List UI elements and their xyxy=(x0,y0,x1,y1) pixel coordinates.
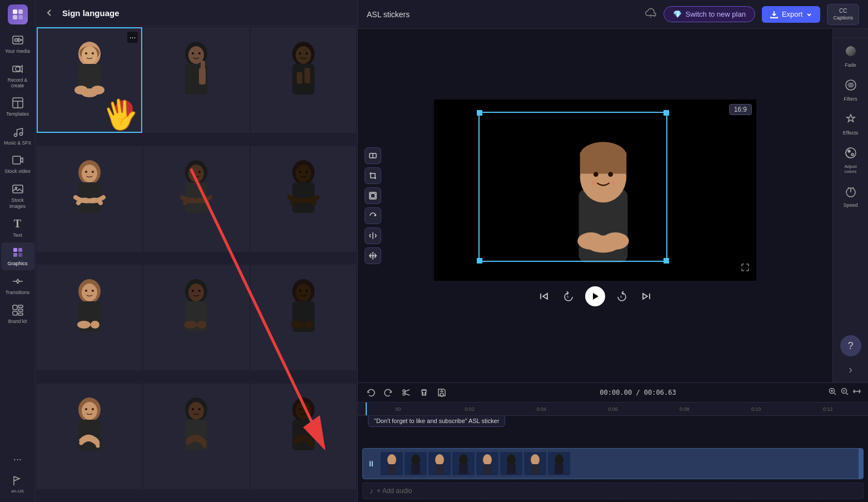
svg-rect-19 xyxy=(18,253,22,257)
captions-button[interactable]: CCCaptions xyxy=(827,4,859,25)
sidebar-item-graphics[interactable]: Graphics xyxy=(1,242,34,270)
collapse-right-panel-button[interactable]: › xyxy=(846,361,855,378)
more-options-button[interactable]: ··· xyxy=(127,32,138,43)
sidebar-item-feature-flags[interactable]: en-US xyxy=(1,470,34,498)
sign-language-panel: Sign language ··· xyxy=(36,0,358,502)
cloud-save-icon xyxy=(645,8,657,21)
sidebar-item-transitions[interactable]: Transitions xyxy=(1,271,34,299)
sidebar-item-text[interactable]: T Text xyxy=(1,214,34,242)
adjust-colors-icon xyxy=(845,147,857,162)
svg-point-83 xyxy=(305,321,313,329)
tooltip-text: "Don't forget to like and subscribe" ASL… xyxy=(374,417,499,424)
play-button[interactable] xyxy=(585,286,605,306)
grid-item-8[interactable] xyxy=(143,265,249,370)
export-button[interactable]: Export xyxy=(762,6,821,23)
right-item-speed[interactable]: Speed xyxy=(835,181,867,212)
grid-item-7[interactable] xyxy=(37,265,142,370)
grid-item-9[interactable] xyxy=(251,265,356,370)
svg-point-76 xyxy=(197,321,206,329)
fit-to-screen-tool[interactable] xyxy=(365,147,381,164)
svg-point-138 xyxy=(435,454,444,465)
export-label: Export xyxy=(782,10,803,18)
svg-point-61 xyxy=(299,171,301,173)
frame-tool[interactable] xyxy=(365,187,381,204)
fullscreen-button[interactable] xyxy=(741,263,750,274)
fit-timeline-button[interactable] xyxy=(852,387,861,398)
right-item-adjust-colors[interactable]: Adjustcolors xyxy=(835,142,867,178)
svg-point-87 xyxy=(85,408,87,410)
sidebar-item-stock-video-label: Stock video xyxy=(4,168,31,175)
svg-point-73 xyxy=(192,290,194,292)
grid-item-12[interactable] xyxy=(251,384,356,489)
clip-end-handle[interactable] xyxy=(859,449,863,479)
crop-tool[interactable] xyxy=(365,167,381,184)
flip-tool[interactable] xyxy=(365,227,381,244)
help-button[interactable]: ? xyxy=(840,335,861,356)
timeline-tracks: "Don't forget to like and subscribe" ASL… xyxy=(358,416,868,502)
svg-point-120 xyxy=(846,46,856,56)
svg-point-74 xyxy=(198,290,201,292)
switch-plan-button[interactable]: 💎 Switch to new plan xyxy=(664,6,755,22)
zoom-in-button[interactable] xyxy=(828,387,837,398)
gem-icon: 💎 xyxy=(673,10,682,18)
redo-button[interactable] xyxy=(382,386,395,399)
grid-item-6[interactable] xyxy=(251,146,356,252)
grid-item-5[interactable] xyxy=(143,146,249,252)
effects-icon xyxy=(845,113,857,128)
skip-forward-button[interactable] xyxy=(638,289,654,304)
sidebar-item-music[interactable]: Music & SFX xyxy=(1,122,34,149)
svg-point-37 xyxy=(192,52,194,54)
svg-rect-105 xyxy=(371,193,375,198)
timeline-time-display: 00:00.00 / 00:06.63 xyxy=(453,389,822,396)
sidebar-item-brand-kit[interactable]: Brand kit xyxy=(1,300,34,327)
svg-rect-2 xyxy=(13,15,17,19)
grid-item-2[interactable] xyxy=(143,27,249,133)
sidebar-item-transitions-label: Transitions xyxy=(6,290,30,296)
svg-point-117 xyxy=(586,236,621,253)
adjust-colors-label: Adjustcolors xyxy=(844,164,856,174)
rotate-tool[interactable] xyxy=(365,207,381,224)
zoom-out-button[interactable] xyxy=(840,387,849,398)
sidebar-item-templates-label: Templates xyxy=(6,111,29,117)
save-button[interactable] xyxy=(436,386,448,399)
timeline: 00:00.00 / 00:06.63 xyxy=(358,382,868,502)
ruler-mark-3: 0:06 xyxy=(577,406,649,412)
grid-item-1[interactable]: ··· xyxy=(37,27,142,133)
rewind-5s-button[interactable]: 5 xyxy=(561,289,576,304)
grid-item-10[interactable] xyxy=(37,384,142,489)
pause-clip-button[interactable]: ⏸ xyxy=(367,459,375,468)
video-canvas[interactable]: 16:9 xyxy=(434,100,756,281)
sidebar-item-stock-images[interactable]: Stock images xyxy=(1,179,34,213)
sidebar-item-stock-video[interactable]: Stock video xyxy=(1,150,34,178)
forward-5s-button[interactable]: 5 xyxy=(614,289,630,304)
undo-button[interactable] xyxy=(365,386,377,399)
svg-point-57 xyxy=(198,171,201,173)
your-media-icon xyxy=(11,33,24,47)
skip-back-button[interactable] xyxy=(536,289,552,304)
delete-button[interactable] xyxy=(418,386,430,399)
cut-button[interactable] xyxy=(400,386,412,399)
grid-item-4[interactable] xyxy=(37,146,142,252)
grid-item-11[interactable] xyxy=(143,384,249,489)
right-item-effects[interactable]: Effects xyxy=(835,108,867,140)
clip-tooltip: "Don't forget to like and subscribe" ASL… xyxy=(368,416,505,427)
sidebar-item-more[interactable]: ··· xyxy=(1,449,34,469)
position-tool[interactable] xyxy=(365,247,381,264)
video-tools xyxy=(365,147,381,264)
svg-point-6 xyxy=(16,67,20,71)
sidebar-item-your-media[interactable]: Your media xyxy=(1,30,34,58)
clip-thumbnails xyxy=(381,452,570,475)
fade-label: Fade xyxy=(845,62,856,68)
panel-back-button[interactable] xyxy=(42,6,57,20)
video-clip[interactable]: ⏸ xyxy=(362,448,864,479)
sidebar-item-templates[interactable]: Templates xyxy=(1,93,34,121)
right-item-filters[interactable]: Filters xyxy=(835,74,867,106)
app-logo[interactable] xyxy=(8,4,28,24)
svg-point-132 xyxy=(387,454,396,465)
sidebar-item-record[interactable]: Record &create xyxy=(1,59,34,92)
grid-item-3[interactable] xyxy=(251,27,356,133)
add-audio-row[interactable]: ♪ + Add audio xyxy=(362,483,864,499)
playhead-indicator xyxy=(366,402,367,415)
right-item-fade[interactable]: Fade xyxy=(835,41,867,72)
aspect-ratio-badge[interactable]: 16:9 xyxy=(729,104,752,115)
